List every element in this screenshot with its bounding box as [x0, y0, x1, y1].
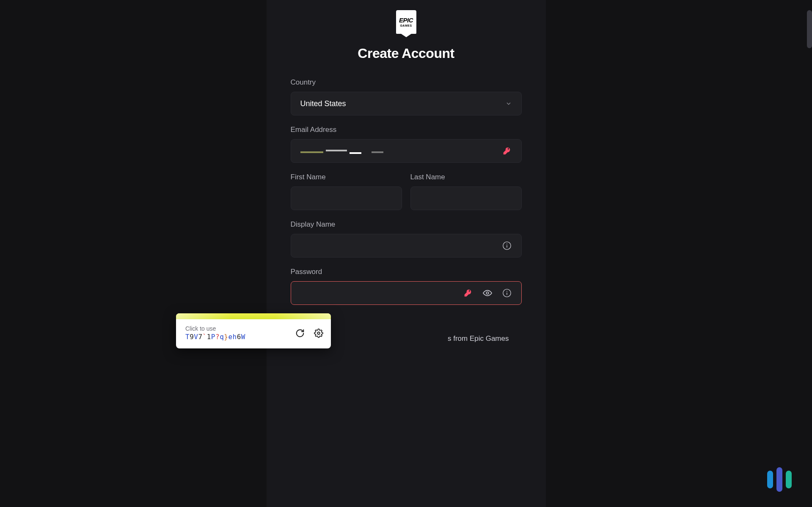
password-suggestion-hint: Click to use — [185, 325, 245, 332]
display-name-input[interactable] — [291, 234, 522, 258]
logo-text-games: GAMES — [400, 24, 412, 27]
svg-point-6 — [506, 291, 507, 292]
email-input-box[interactable] — [291, 139, 522, 163]
password-field[interactable] — [300, 282, 463, 304]
display-name-field-group: Display Name — [291, 220, 522, 258]
signup-form: Country United States Email Address — [291, 78, 522, 343]
password-strength-strip — [176, 313, 331, 319]
key-icon[interactable] — [502, 146, 512, 156]
svg-point-3 — [486, 292, 489, 294]
epic-logo: EPIC GAMES — [267, 10, 546, 34]
info-icon[interactable] — [502, 288, 512, 298]
refresh-icon[interactable] — [295, 329, 305, 338]
email-field-group: Email Address — [291, 126, 522, 163]
last-name-input[interactable] — [410, 186, 522, 210]
svg-point-2 — [506, 244, 507, 244]
display-name-label: Display Name — [291, 220, 522, 229]
country-field-group: Country United States — [291, 78, 522, 115]
first-name-field-group: First Name — [291, 173, 402, 210]
country-select[interactable]: United States — [291, 92, 522, 115]
first-name-field[interactable] — [300, 187, 392, 210]
brand-widget-icon[interactable] — [767, 464, 792, 488]
chevron-down-icon — [505, 100, 512, 107]
eye-icon[interactable] — [482, 288, 493, 298]
password-suggestion-popover[interactable]: Click to use T9V7`1P?q}eh6W — [176, 313, 331, 348]
country-value: United States — [300, 99, 346, 108]
password-label: Password — [291, 268, 522, 276]
last-name-field[interactable] — [420, 187, 512, 210]
logo-text-epic: EPIC — [399, 17, 413, 23]
first-name-label: First Name — [291, 173, 402, 181]
key-icon[interactable] — [463, 288, 473, 298]
signup-panel: EPIC GAMES Create Account Country United… — [267, 0, 546, 507]
last-name-field-group: Last Name — [410, 173, 522, 210]
gear-icon[interactable] — [314, 329, 323, 338]
info-icon[interactable] — [502, 241, 512, 251]
first-name-input[interactable] — [291, 186, 402, 210]
scrollbar[interactable] — [807, 10, 812, 48]
email-label: Email Address — [291, 126, 522, 134]
password-suggestion-value[interactable]: T9V7`1P?q}eh6W — [185, 333, 245, 341]
email-value-redacted — [300, 149, 383, 153]
password-field-group: Password — [291, 268, 522, 305]
display-name-field[interactable] — [300, 234, 502, 257]
last-name-label: Last Name — [410, 173, 522, 181]
country-label: Country — [291, 78, 522, 87]
password-input[interactable] — [291, 281, 522, 305]
page-title: Create Account — [267, 46, 546, 61]
svg-point-7 — [317, 332, 320, 334]
